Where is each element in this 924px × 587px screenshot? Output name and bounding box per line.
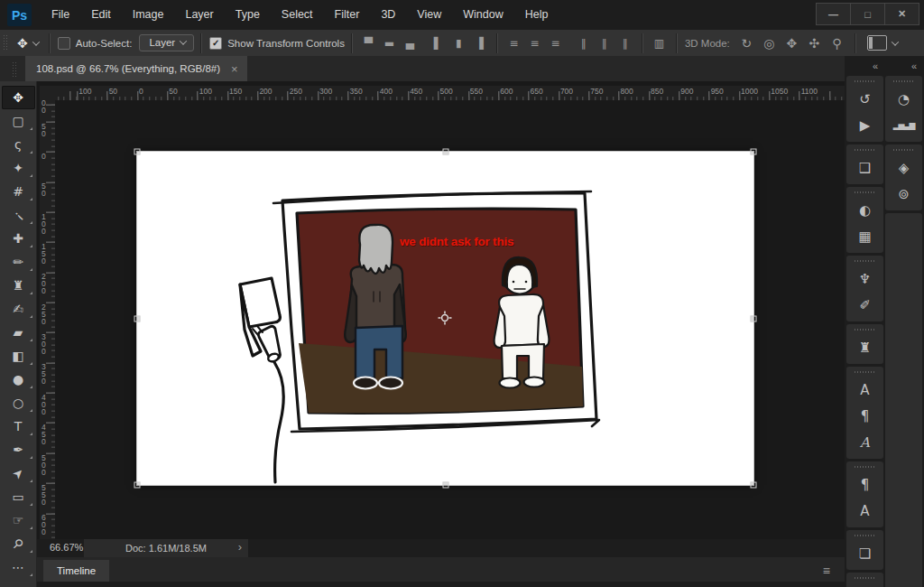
document-size-status[interactable]: Doc: 1.61M/18.5M › [84, 539, 248, 557]
panel-group-grip[interactable] [855, 191, 876, 193]
3d-drag-button[interactable]: ✥ [781, 33, 803, 53]
document-tab[interactable]: 108.psd @ 66.7% (Everything, RGB/8#) × [25, 56, 247, 81]
panel-group-grip[interactable] [855, 577, 876, 579]
panel-menu-icon[interactable]: ≡ [823, 564, 830, 578]
histogram-panel-icon[interactable]: ▂▅▃▆ [885, 112, 922, 138]
transform-handle-ml[interactable] [134, 315, 141, 321]
transform-handle-tl[interactable] [134, 149, 141, 155]
channels-panel-icon[interactable]: ⊚ [885, 181, 922, 207]
auto-select-target-dropdown[interactable]: Layer [139, 34, 194, 51]
timeline-tab[interactable]: Timeline [43, 560, 109, 582]
horizontal-ruler[interactable]: 1005005010015020025030035040045050055060… [55, 86, 845, 101]
actions-panel-icon[interactable]: ▶ [846, 112, 883, 138]
pen-tool[interactable]: ✒ [2, 438, 35, 461]
menu-filter[interactable]: Filter [324, 0, 371, 30]
transform-handle-bm[interactable] [442, 482, 448, 489]
info-panel-icon[interactable]: ⓘ [846, 582, 883, 587]
transform-handle-br[interactable] [751, 482, 757, 489]
distribute-left-edges-button[interactable]: ∥ [573, 33, 594, 53]
adjustments-panel-icon[interactable]: ◔ [885, 86, 922, 112]
type-tool[interactable]: T [2, 415, 35, 438]
align-bottom-edges-button[interactable]: ▄ [400, 33, 420, 53]
character-panel-icon[interactable]: A [846, 377, 883, 403]
show-transform-controls-checkbox[interactable]: ✓ [209, 37, 222, 50]
collapse-panels-icon[interactable]: « [885, 56, 922, 76]
distribute-horizontal-centers-button[interactable]: ∥ [594, 33, 614, 53]
align-right-edges-button[interactable]: ▐ [469, 33, 490, 53]
magic-wand-tool[interactable]: ✦ [2, 156, 35, 180]
3d-zoom-button[interactable]: ⚲ [826, 33, 848, 53]
3d-roll-button[interactable]: ◎ [758, 33, 781, 53]
distribute-right-edges-button[interactable]: ∥ [614, 33, 635, 53]
edit-toolbar-button[interactable]: ⋯ [2, 555, 35, 579]
align-vertical-centers-button[interactable]: ▬ [379, 33, 400, 53]
healing-brush-tool[interactable]: ✚ [2, 227, 35, 250]
transform-reference-point[interactable] [438, 311, 452, 325]
zoom-level-field[interactable]: 66.67% [50, 542, 83, 553]
eraser-tool[interactable]: ▰ [2, 321, 35, 344]
dodge-tool[interactable]: ○ [2, 391, 35, 415]
crop-tool[interactable]: # [2, 180, 35, 203]
panel-group-grip[interactable] [855, 371, 876, 373]
3d-slide-button[interactable]: ✣ [803, 33, 826, 53]
panel-group-grip[interactable] [855, 80, 876, 82]
align-left-edges-button[interactable]: ▌ [428, 33, 448, 53]
current-tool-button[interactable]: ✥ [14, 36, 42, 51]
panel-group-grip[interactable] [855, 260, 876, 262]
menu-help[interactable]: Help [514, 0, 559, 30]
align-top-edges-button[interactable]: ▀ [358, 33, 379, 53]
move-tool[interactable]: ✥ [2, 86, 35, 109]
align-horizontal-centers-button[interactable]: ▮ [448, 33, 469, 53]
clone-stamp-tool[interactable]: ♜ [2, 274, 35, 297]
workspace-switcher-button[interactable] [867, 35, 887, 51]
panel-group-grip[interactable] [893, 149, 915, 151]
close-button[interactable]: ✕ [884, 3, 919, 25]
eyedropper-tool[interactable]: ¡ [2, 203, 35, 227]
panel-group-grip[interactable] [855, 535, 876, 536]
glyphs-panel-icon[interactable]: A [846, 429, 883, 455]
menu-window[interactable]: Window [452, 0, 513, 30]
minimize-button[interactable]: — [816, 3, 851, 25]
menu-edit[interactable]: Edit [80, 0, 122, 30]
pencil-tool[interactable]: ✏ [2, 250, 35, 274]
3d-cube-panel-icon[interactable]: ❏ [846, 540, 883, 566]
auto-align-button[interactable]: ▥ [649, 33, 670, 53]
history-brush-tool[interactable]: ✍ [2, 297, 35, 321]
path-selection-tool[interactable]: ➤ [2, 461, 35, 485]
collapse-panels-icon[interactable]: « [846, 56, 883, 76]
panel-group-grip[interactable] [855, 329, 876, 331]
paragraph-styles-panel-icon[interactable]: ¶ [846, 471, 883, 498]
menu-image[interactable]: Image [122, 0, 175, 30]
maximize-button[interactable]: □ [850, 3, 885, 25]
options-bar-grip[interactable] [3, 35, 8, 51]
distribute-bottom-edges-button[interactable]: ≡ [545, 33, 566, 53]
history-panel-icon[interactable]: ↺ [846, 86, 883, 112]
menu-layer[interactable]: Layer [174, 0, 224, 30]
status-chevron-icon[interactable]: › [238, 540, 242, 554]
auto-select-checkbox[interactable] [58, 37, 70, 50]
hand-tool[interactable]: ☞ [2, 508, 35, 532]
transform-handle-bl[interactable] [134, 482, 141, 489]
menu-file[interactable]: File [41, 0, 80, 30]
brush-settings-panel-icon[interactable]: ✐ [846, 292, 883, 318]
ruler-origin-corner[interactable] [40, 86, 55, 100]
distribute-top-edges-button[interactable]: ≡ [504, 33, 524, 53]
lasso-tool[interactable]: ς [2, 133, 35, 156]
tab-bar-grip[interactable] [12, 62, 18, 77]
menu-select[interactable]: Select [271, 0, 324, 30]
vertical-ruler[interactable]: 1005005010015020025030035040045050055060… [40, 100, 56, 539]
3d-orbit-button[interactable]: ↻ [735, 33, 758, 53]
zoom-tool[interactable]: ⚲ [2, 532, 35, 555]
clone-source-panel-icon[interactable]: ♜ [846, 334, 883, 360]
paint-bucket-tool[interactable]: ◧ [2, 344, 35, 368]
3d-panel-icon[interactable]: ❑ [846, 154, 883, 181]
layers-panel-icon[interactable]: ◈ [885, 154, 922, 181]
transform-handle-tm[interactable] [442, 149, 448, 155]
menu-3d[interactable]: 3D [370, 0, 406, 30]
blur-tool[interactable]: ● [2, 368, 35, 391]
panel-group-grip[interactable] [855, 149, 876, 151]
swatches-panel-icon[interactable]: ▦ [846, 223, 883, 249]
menu-view[interactable]: View [406, 0, 452, 30]
menu-type[interactable]: Type [225, 0, 271, 30]
distribute-vertical-centers-button[interactable]: ≡ [524, 33, 545, 53]
